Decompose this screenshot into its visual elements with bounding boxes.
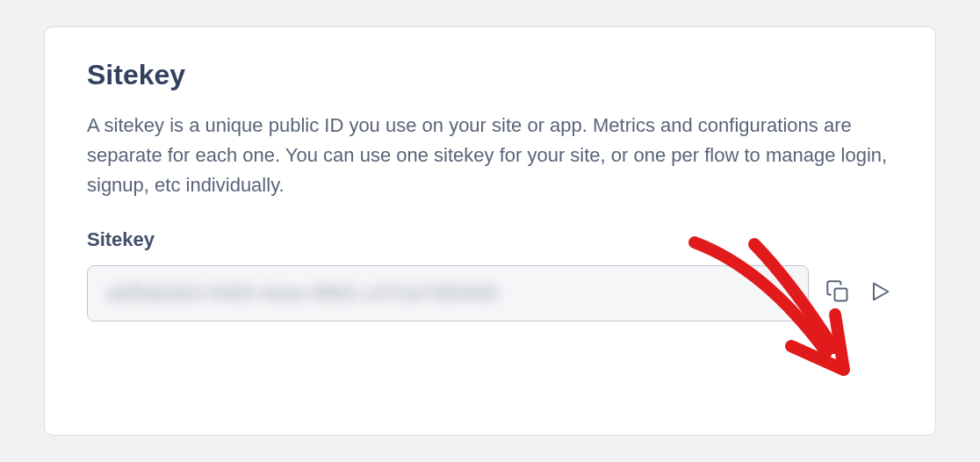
svg-rect-0 — [835, 289, 847, 301]
copy-icon — [825, 279, 850, 307]
sitekey-field-label: Sitekey — [87, 228, 893, 251]
sitekey-value-blurred: abf5ab3b3-0483-4eae-9862-c372a7390409 — [107, 282, 497, 305]
sitekey-description: A sitekey is a unique public ID you use … — [87, 111, 893, 200]
sitekey-input[interactable]: abf5ab3b3-0483-4eae-9862-c372a7390409 — [87, 265, 809, 321]
play-icon — [868, 279, 892, 307]
card-title: Sitekey — [87, 59, 893, 91]
copy-button[interactable] — [825, 280, 851, 307]
sitekey-input-row: abf5ab3b3-0483-4eae-9862-c372a7390409 — [87, 265, 893, 321]
sitekey-card: Sitekey A sitekey is a unique public ID … — [44, 26, 936, 436]
play-button[interactable] — [867, 280, 893, 307]
svg-marker-1 — [874, 284, 888, 300]
